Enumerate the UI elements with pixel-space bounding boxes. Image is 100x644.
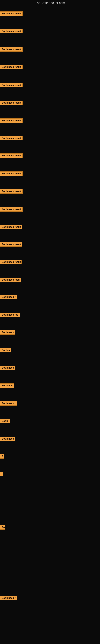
bottleneck-badge[interactable]: Bottleneck res [0, 312, 20, 317]
bottleneck-item[interactable]: Bottleneck result [0, 189, 23, 194]
bottleneck-badge[interactable]: Bottleneck r [0, 401, 17, 406]
bottleneck-badge[interactable]: | [0, 472, 3, 476]
bottleneck-item[interactable]: Bottleneck result [0, 83, 23, 88]
bottleneck-item[interactable]: Bottleneck [0, 330, 15, 336]
site-title: TheBottlenecker.com [35, 0, 65, 6]
bottleneck-badge[interactable]: Bottleneck [0, 366, 15, 370]
bottleneck-item[interactable]: Bottle [0, 419, 10, 424]
bottleneck-item[interactable]: Bottlenec [0, 384, 14, 388]
bottleneck-item[interactable]: Bottleneck res [0, 312, 20, 318]
bottleneck-item[interactable]: Bottleneck result [0, 225, 22, 230]
bottleneck-item[interactable]: Bottleneck r [0, 401, 17, 406]
bottleneck-badge[interactable]: Bottle [0, 419, 10, 423]
bottleneck-item[interactable]: | [0, 472, 3, 477]
bottleneck-badge[interactable]: Bottleneck r [0, 295, 17, 299]
bottleneck-item[interactable]: Bottleneck result [0, 172, 23, 177]
bottleneck-item[interactable]: Bottleneck result [0, 242, 22, 247]
bottleneck-badge[interactable]: Bottleneck result [0, 225, 22, 229]
bottleneck-item[interactable]: Bottleneck result [0, 100, 23, 106]
bottleneck-item[interactable]: Bottleneck result [0, 29, 23, 34]
bottleneck-badge[interactable]: Bottleneck result [0, 83, 23, 87]
bottleneck-badge[interactable]: Bottleneck resul [0, 278, 21, 282]
bottleneck-badge[interactable]: Bo [0, 525, 5, 530]
bottleneck-item[interactable]: Bottleneck result [0, 207, 23, 212]
bottleneck-item[interactable]: Bottleneck result [0, 12, 23, 17]
bottleneck-badge[interactable]: Bottleneck result [0, 136, 23, 140]
bottleneck-badge[interactable]: Bottleneck [0, 436, 15, 441]
site-title-container: TheBottlenecker.com [0, 0, 100, 5]
bottleneck-item[interactable]: Bottleneck result [0, 260, 22, 265]
bottleneck-badge[interactable]: Bottleneck result [0, 172, 23, 176]
bottleneck-item[interactable]: Bottleneck result [0, 153, 23, 158]
bottleneck-item[interactable]: Bottleneck r [0, 596, 17, 601]
bottleneck-badge[interactable]: Bottleneck result [0, 207, 23, 212]
bottleneck-item[interactable]: Bottleneck resul [0, 278, 21, 283]
bottleneck-badge[interactable]: Bottleneck result [0, 260, 22, 264]
bottleneck-badge[interactable]: Bottleneck result [0, 47, 23, 52]
bottleneck-item[interactable]: B [0, 454, 4, 460]
bottleneck-item[interactable]: Bottleneck [0, 366, 15, 371]
bottleneck-badge[interactable]: Bottleneck result [0, 12, 23, 16]
bottleneck-badge[interactable]: Bottlen [0, 348, 11, 352]
bottleneck-badge[interactable]: Bottleneck [0, 330, 15, 335]
bottleneck-item[interactable]: Bottleneck result [0, 136, 23, 141]
bottleneck-item[interactable]: Bottleneck result [0, 65, 23, 70]
bottleneck-item[interactable]: Bottleneck r [0, 295, 17, 300]
bottleneck-item[interactable]: Bottleneck result [0, 47, 23, 52]
bottleneck-item[interactable]: Bottleneck [0, 436, 15, 442]
bottleneck-badge[interactable]: Bottleneck result [0, 29, 23, 34]
bottleneck-item[interactable]: Bottleneck result [0, 118, 23, 124]
bottleneck-badge[interactable]: B [0, 454, 4, 459]
bottleneck-badge[interactable]: Bottlenec [0, 384, 14, 388]
bottleneck-badge[interactable]: Bottleneck result [0, 65, 23, 69]
bottleneck-item[interactable]: Bottlen [0, 348, 11, 353]
bottleneck-badge[interactable]: Bottleneck result [0, 100, 23, 105]
bottleneck-badge[interactable]: Bottleneck result [0, 189, 23, 194]
bottleneck-item[interactable]: Bo [0, 525, 5, 530]
bottleneck-badge[interactable]: Bottleneck result [0, 118, 23, 123]
bottleneck-badge[interactable]: Bottleneck r [0, 596, 17, 600]
bottleneck-badge[interactable]: Bottleneck result [0, 242, 22, 246]
bottleneck-badge[interactable]: Bottleneck result [0, 153, 23, 158]
